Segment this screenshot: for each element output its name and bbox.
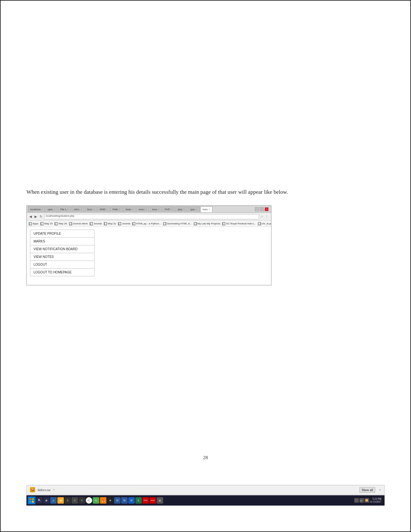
bookmark-item-6[interactable]: 📄Joomla	[118, 222, 130, 225]
menu-row-1[interactable]: MARKS	[30, 238, 94, 245]
tab-close-icon[interactable]: ×	[158, 208, 160, 211]
browser-tab-7[interactable]: Note:×	[123, 206, 136, 212]
tab-close-icon[interactable]: ×	[146, 208, 147, 211]
tab-close-icon[interactable]: ×	[183, 208, 185, 211]
taskbar-firefox-icon[interactable]: 🦊	[100, 497, 106, 504]
menu-table: UPDATE PROFILEMARKSVIEW NOTIFICATION BOA…	[30, 230, 94, 276]
bookmark-star-icon[interactable]: ☆	[260, 215, 263, 218]
taskbar-word3-icon[interactable]: W	[128, 497, 135, 504]
bookmark-label-4: Joomla	[93, 222, 102, 225]
svg-rect-1	[32, 498, 34, 500]
bookmark-label-7: HTML.py - a Python...	[136, 222, 161, 225]
tab-close-icon[interactable]: ×	[67, 208, 69, 211]
menu-item-0[interactable]: UPDATE PROFILE	[30, 230, 94, 238]
maximize-button[interactable]: □	[260, 207, 264, 211]
download-chevron[interactable]: ^	[53, 488, 55, 492]
bookmark-item-10[interactable]: 📄SC Royal Festival Hall s...	[222, 222, 256, 225]
browser-bookmarks: 📄Apps📄May 25📄May 26📄Joomla Work📄Joomla📄M…	[27, 221, 271, 227]
browser-tab-6[interactable]: Petti:×	[110, 206, 122, 212]
taskbar-app4-icon[interactable]: ▣	[157, 497, 163, 504]
bookmark-item-4[interactable]: 📄Joomla	[90, 222, 102, 225]
taskbar-word-icon[interactable]: W	[114, 497, 121, 504]
forward-button[interactable]: ▶	[34, 215, 38, 218]
tab-close-icon[interactable]: ×	[106, 208, 107, 211]
tab-close-icon[interactable]: ×	[196, 208, 197, 211]
tab-close-icon[interactable]: ×	[132, 208, 133, 211]
bookmark-item-7[interactable]: 📄HTML.py - a Python...	[132, 222, 161, 225]
browser-tab-10[interactable]: PHP:×	[162, 206, 175, 212]
start-button[interactable]	[28, 497, 35, 504]
browser-tab-9[interactable]: loca:×	[150, 206, 162, 212]
close-button[interactable]: ×	[265, 207, 269, 211]
browser-tab-11[interactable]: php:×	[175, 206, 187, 212]
tab-close-icon[interactable]: ×	[80, 208, 82, 211]
browser-tab-13[interactable]: how:×	[201, 206, 212, 212]
tab-close-icon[interactable]: ×	[119, 208, 120, 211]
svg-rect-0	[29, 498, 31, 500]
menu-button[interactable]: ⋮	[265, 215, 269, 218]
menu-item-4[interactable]: LOGOUT	[30, 261, 94, 269]
bookmark-item-1[interactable]: 📄May 25	[40, 222, 53, 225]
menu-row-5[interactable]: LOGOUT TO HOMEPAGE	[30, 269, 94, 276]
taskbar-search-icon[interactable]: 🔍	[36, 497, 43, 504]
menu-row-0[interactable]: UPDATE PROFILE	[30, 230, 94, 238]
bookmark-item-11[interactable]: 📄chr_tk.pdf	[258, 222, 271, 225]
bookmark-icon-5: 📄	[104, 222, 107, 225]
bookmark-icon-4: 📄	[90, 222, 93, 225]
minimize-button[interactable]: ─	[255, 207, 259, 211]
show-all-button[interactable]: Show all	[359, 487, 375, 493]
tab-close-icon[interactable]: ×	[54, 208, 55, 211]
tab-close-icon[interactable]: ×	[41, 208, 43, 211]
taskbar-app1-icon[interactable]: B	[64, 497, 71, 504]
address-input[interactable]: localhost/log/student.php	[44, 214, 259, 219]
taskbar-dark-icon[interactable]: ■	[107, 497, 113, 504]
taskbar-cortana-icon[interactable]: ◉	[43, 497, 50, 504]
browser-tab-3[interactable]: retro:×	[72, 206, 84, 212]
file-icon: 📦	[30, 487, 35, 492]
close-download-bar-button[interactable]: ×	[379, 488, 381, 492]
bookmark-item-5[interactable]: 📄May 31	[104, 222, 116, 225]
browser-tab-12[interactable]: uplo:×	[188, 206, 200, 212]
tab-close-icon[interactable]: ×	[171, 208, 172, 211]
taskbar-ie-icon[interactable]: e	[50, 497, 57, 504]
bookmark-item-3[interactable]: 📄Joomla Work	[69, 222, 88, 225]
browser-tab-5[interactable]: 6460×	[97, 206, 110, 212]
tray-icon-3: 📶	[365, 498, 369, 503]
menu-item-5[interactable]: LOGOUT TO HOMEPAGE	[30, 269, 94, 276]
menu-item-2[interactable]: VIEW NOTIFICATION BOARD	[30, 245, 94, 253]
taskbar-app3-icon[interactable]: R	[79, 497, 85, 504]
bookmark-label-1: May 25	[44, 222, 53, 225]
taskbar-explorer-icon[interactable]: 📁	[57, 497, 64, 504]
browser-tab-1[interactable]: uplo:×	[45, 206, 57, 212]
menu-row-3[interactable]: VIEW NOTES	[30, 253, 94, 261]
browser-tab-8[interactable]: exec:×	[136, 206, 149, 212]
taskbar-area: 📦 htdocs.rar ^ Show all × 🔍 ◉ e 📁 B B	[26, 485, 385, 506]
browser-tab-2[interactable]: File L×	[58, 206, 71, 212]
tabs-row: localhost×uplo:×File L×retro:×Goo:×6460×…	[28, 206, 213, 212]
bookmark-item-2[interactable]: 📄May 26	[54, 222, 67, 225]
back-button[interactable]: ◀	[29, 215, 33, 218]
bookmark-item-9[interactable]: 📄My Lab-My Projects	[194, 222, 220, 225]
bookmark-label-2: May 26	[58, 222, 67, 225]
menu-row-4[interactable]: LOGOUT	[30, 261, 94, 269]
browser-tab-4[interactable]: Goo:×	[85, 206, 97, 212]
reload-button[interactable]: ↻	[39, 215, 43, 218]
taskbar-pdf-icon[interactable]: PDF	[142, 497, 149, 504]
tab-close-icon[interactable]: ×	[209, 208, 210, 211]
window-controls[interactable]: ─ □ ×	[255, 207, 270, 211]
download-bar: 📦 htdocs.rar ^ Show all ×	[26, 485, 385, 495]
browser-tab-0[interactable]: localhost×	[28, 206, 45, 212]
bookmark-icon-7: 📄	[132, 222, 135, 225]
taskbar-chrome2-icon[interactable]: G	[93, 497, 99, 504]
menu-item-3[interactable]: VIEW NOTES	[30, 253, 94, 261]
menu-row-2[interactable]: VIEW NOTIFICATION BOARD	[30, 245, 94, 253]
taskbar-chrome-icon[interactable]: G	[86, 497, 92, 504]
taskbar-word2-icon[interactable]: W	[121, 497, 128, 504]
bookmark-item-0[interactable]: 📄Apps	[29, 222, 38, 225]
tab-close-icon[interactable]: ×	[93, 208, 94, 211]
taskbar-excel-icon[interactable]: E	[135, 497, 142, 504]
taskbar-pdf2-icon[interactable]: PDF	[150, 497, 156, 504]
bookmark-item-8[interactable]: 📄Generating HTML d...	[163, 222, 192, 225]
menu-item-1[interactable]: MARKS	[30, 238, 94, 245]
taskbar-app2-icon[interactable]: B	[72, 497, 78, 504]
